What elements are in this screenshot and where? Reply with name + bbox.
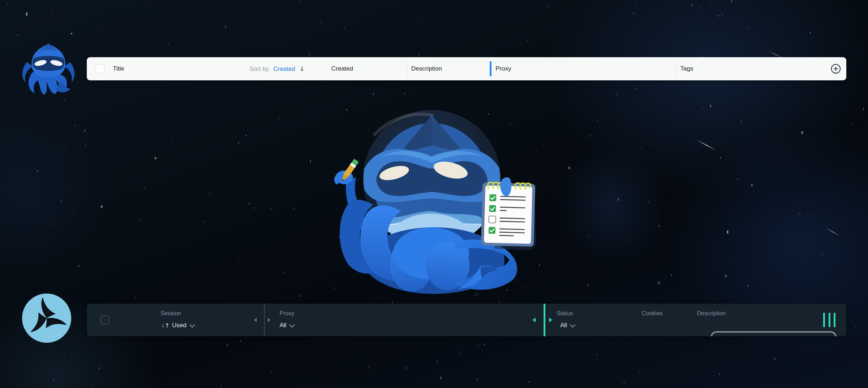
- star: [254, 207, 255, 208]
- star: [527, 39, 528, 42]
- star: [169, 44, 169, 45]
- column-settings-button[interactable]: [823, 313, 835, 327]
- star: [718, 15, 719, 16]
- star: [727, 231, 728, 233]
- star: [310, 357, 310, 358]
- select-checkbox[interactable]: [100, 315, 110, 325]
- star: [284, 271, 284, 273]
- star: [85, 145, 86, 146]
- column-header-tags[interactable]: Tags: [680, 57, 693, 80]
- star: [731, 1, 732, 2]
- column-header-created[interactable]: Created: [331, 57, 353, 80]
- star: [460, 352, 460, 353]
- star: [478, 344, 479, 346]
- star: [54, 379, 54, 381]
- description-column-label: Description: [697, 310, 726, 317]
- column-insert-indicator: [490, 61, 492, 76]
- sort-direction-arrow-icon[interactable]: ↓: [299, 65, 305, 72]
- star: [662, 84, 662, 84]
- star: [26, 13, 27, 16]
- star: [225, 26, 226, 28]
- column-header-title[interactable]: Title: [113, 57, 124, 80]
- star: [769, 285, 770, 286]
- proxy-column-label: Proxy: [280, 310, 294, 317]
- star: [299, 295, 299, 297]
- star: [344, 28, 345, 29]
- star: [863, 108, 864, 110]
- resize-arrow-left-icon: [532, 318, 536, 322]
- star: [238, 142, 239, 144]
- add-column-button[interactable]: [831, 64, 841, 74]
- column-resize-handle[interactable]: [264, 304, 265, 336]
- star: [689, 279, 689, 280]
- octo-browser-background-screen: { "header": { "select_all_checked": fals…: [0, 0, 868, 388]
- tentacle-drop: [334, 173, 340, 185]
- star: [802, 131, 803, 134]
- star: [770, 50, 771, 51]
- star: [37, 170, 38, 172]
- star: [78, 265, 79, 267]
- star: [630, 241, 630, 242]
- star: [597, 119, 597, 121]
- star: [407, 367, 407, 369]
- star: [636, 88, 636, 90]
- star: [210, 193, 210, 194]
- star: [165, 245, 165, 246]
- star: [155, 157, 156, 159]
- star: [636, 0, 636, 2]
- proxy-filter-dropdown[interactable]: All: [280, 322, 286, 329]
- status-filter-dropdown[interactable]: All: [560, 322, 567, 329]
- star: [624, 382, 624, 384]
- column-header-proxy[interactable]: Proxy: [495, 57, 511, 80]
- star: [99, 367, 99, 369]
- column-header-description[interactable]: Description: [411, 57, 442, 80]
- star: [810, 32, 810, 34]
- star: [417, 17, 417, 18]
- column-divider: [407, 61, 408, 77]
- star: [822, 254, 822, 256]
- cookies-column-label: Cookies: [642, 310, 663, 317]
- star: [221, 385, 221, 387]
- star: [572, 243, 573, 244]
- star: [529, 381, 529, 382]
- star: [775, 358, 775, 360]
- star: [144, 187, 145, 188]
- star: [800, 212, 800, 214]
- star: [71, 33, 72, 34]
- session-filter-dropdown[interactable]: Used: [172, 322, 187, 329]
- star: [270, 364, 271, 364]
- sort-field-value[interactable]: Created: [273, 66, 295, 72]
- chevron-down-icon: [570, 322, 576, 328]
- star: [17, 34, 18, 36]
- star: [569, 167, 570, 169]
- star: [692, 4, 693, 6]
- star: [249, 203, 249, 204]
- star: [477, 379, 477, 380]
- star: [171, 138, 172, 140]
- active-column-resize-handle[interactable]: [544, 304, 545, 336]
- star: [856, 326, 856, 328]
- star: [726, 275, 726, 277]
- star: [703, 108, 703, 109]
- star: [710, 2, 711, 4]
- star: [588, 284, 588, 286]
- star: [140, 219, 141, 220]
- star: [547, 5, 548, 7]
- star: [75, 125, 75, 126]
- star: [603, 116, 604, 117]
- sort-by-control[interactable]: Sort by Created ↓: [250, 57, 305, 80]
- sort-toggle[interactable]: ↓↑: [161, 322, 169, 329]
- star: [346, 87, 346, 89]
- star: [294, 208, 294, 209]
- star: [310, 160, 311, 163]
- star: [392, 301, 393, 303]
- select-all-checkbox[interactable]: [95, 64, 105, 73]
- star: [236, 193, 236, 194]
- star: [271, 371, 272, 373]
- star: [720, 157, 721, 159]
- star: [321, 21, 322, 24]
- star: [641, 147, 641, 149]
- star: [246, 135, 246, 136]
- star: [309, 54, 310, 55]
- star: [659, 225, 659, 227]
